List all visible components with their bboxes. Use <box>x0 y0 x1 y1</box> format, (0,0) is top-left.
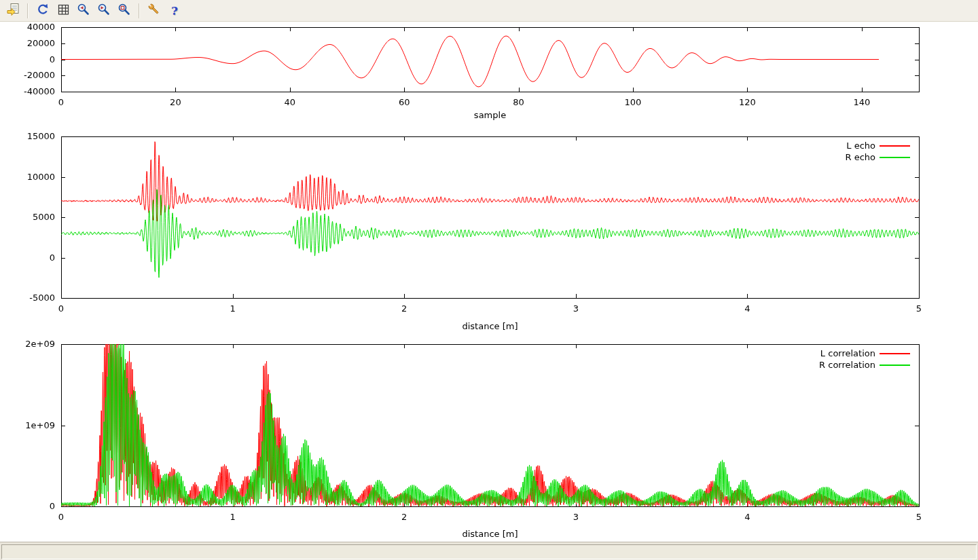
replot-button[interactable] <box>33 1 52 20</box>
y-tick-label: 10000 <box>0 172 55 183</box>
toolbar-separator <box>139 3 140 18</box>
zoom-next-icon <box>96 2 111 20</box>
y-tick-label: 0 <box>0 501 55 512</box>
legend-label: R correlation <box>740 360 875 371</box>
wrench-icon <box>147 2 162 20</box>
autoscale-button[interactable] <box>115 1 134 20</box>
legend-label: L echo <box>740 141 875 151</box>
x-tick-label: 2 <box>374 303 435 314</box>
y-tick-label: 15000 <box>0 131 55 142</box>
plot-area: -40000-200000200004000002040608010012014… <box>0 22 978 542</box>
status-bar-field <box>1 544 977 559</box>
x-tick-label: 3 <box>545 512 606 523</box>
zoom-previous-icon <box>76 2 91 20</box>
x-axis-label: distance [m] <box>422 529 558 540</box>
legend-label: L correlation <box>740 348 875 359</box>
zoom-next-button[interactable] <box>94 1 113 20</box>
x-tick-label: 40 <box>259 97 321 108</box>
toolbar: ? <box>0 0 978 22</box>
configure-button[interactable] <box>145 1 164 20</box>
x-tick-label: 20 <box>145 97 206 108</box>
copy-icon <box>5 2 20 20</box>
y-tick-label: 0 <box>0 54 55 65</box>
x-tick-label: 120 <box>717 97 778 108</box>
legend-line-sample <box>880 145 910 147</box>
help-button[interactable]: ? <box>165 1 184 20</box>
legend-line-sample <box>880 157 910 158</box>
zoom-previous-button[interactable] <box>74 1 93 20</box>
x-tick-label: 5 <box>888 512 949 523</box>
y-tick-label: -5000 <box>0 293 55 303</box>
legend-label: R echo <box>740 152 875 163</box>
autoscale-icon <box>117 2 132 20</box>
x-axis-label: sample <box>422 110 558 121</box>
refresh-icon <box>35 2 50 20</box>
x-tick-label: 2 <box>374 512 435 523</box>
x-tick-label: 60 <box>374 97 435 108</box>
legend-line-sample <box>880 365 910 366</box>
x-tick-label: 0 <box>31 97 92 108</box>
y-tick-label: 5000 <box>0 212 55 223</box>
gnuplot-window: ? -40000-2000002000040000020406080100120… <box>0 0 978 560</box>
x-tick-label: 140 <box>831 97 892 108</box>
x-tick-label: 100 <box>602 97 664 108</box>
x-tick-label: 80 <box>488 97 549 108</box>
y-tick-label: -40000 <box>0 86 55 97</box>
y-tick-label: 40000 <box>0 22 55 33</box>
y-tick-label: 20000 <box>0 38 55 49</box>
x-tick-label: 0 <box>31 303 92 314</box>
legend-line-sample <box>880 353 910 354</box>
x-tick-label: 5 <box>888 303 949 314</box>
x-tick-label: 4 <box>717 303 778 314</box>
x-tick-label: 0 <box>31 512 92 523</box>
x-tick-label: 3 <box>545 303 606 314</box>
y-tick-label: -20000 <box>0 70 55 81</box>
x-tick-label: 1 <box>202 512 264 523</box>
x-tick-label: 4 <box>717 512 778 523</box>
y-tick-label: 0 <box>0 253 55 263</box>
status-bar <box>0 542 978 560</box>
x-tick-label: 1 <box>202 303 264 314</box>
toggle-grid-button[interactable] <box>54 1 73 20</box>
help-icon: ? <box>171 4 178 18</box>
copy-to-clipboard-button[interactable] <box>3 1 22 20</box>
toolbar-separator <box>27 3 29 18</box>
y-tick-label: 1e+09 <box>0 420 55 431</box>
x-axis-label: distance [m] <box>422 321 558 332</box>
grid-icon <box>56 2 71 20</box>
y-tick-label: 2e+09 <box>0 339 55 350</box>
